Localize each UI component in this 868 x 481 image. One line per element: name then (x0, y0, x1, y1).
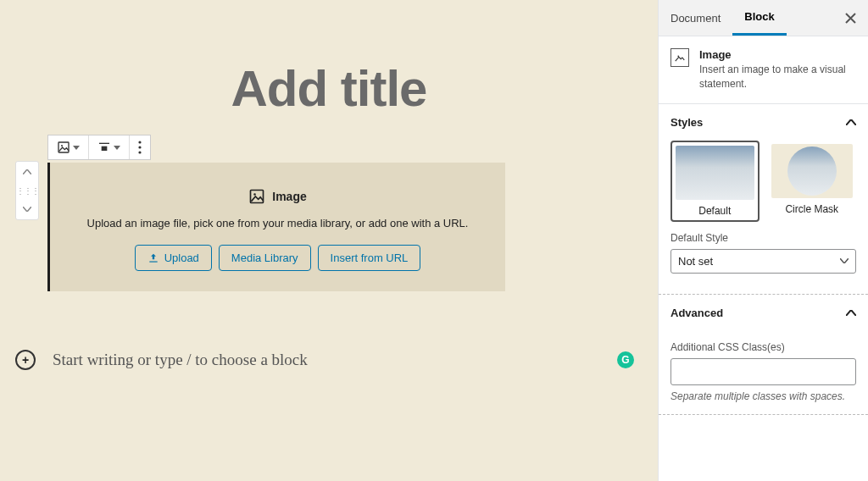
block-card-description: Insert an image to make a visual stateme… (699, 63, 856, 91)
upload-icon (147, 252, 159, 264)
css-class-input[interactable] (670, 358, 856, 385)
svg-rect-9 (149, 261, 157, 262)
more-vertical-icon (138, 141, 142, 154)
styles-panel-toggle[interactable]: Styles (659, 104, 868, 141)
more-options-button[interactable] (130, 135, 150, 159)
block-card: Image Insert an image to make a visual s… (659, 36, 868, 104)
placeholder-title: Image (272, 190, 306, 203)
image-placeholder: Image Upload an image file, pick one fro… (50, 163, 505, 291)
close-sidebar-button[interactable] (833, 13, 868, 24)
style-circle-mask[interactable]: Circle Mask (768, 141, 856, 222)
advanced-panel: Advanced Additional CSS Class(es) Separa… (659, 294, 868, 415)
media-library-button[interactable]: Media Library (219, 245, 311, 271)
post-title-wrapper: Add title (0, 25, 658, 133)
align-button[interactable] (89, 135, 130, 159)
tab-block[interactable]: Block (732, 0, 786, 36)
svg-rect-2 (99, 143, 109, 144)
default-style-select[interactable]: Not set (670, 249, 856, 274)
style-default[interactable]: Default (670, 141, 760, 222)
drag-handle[interactable]: ⋮⋮⋮ (16, 184, 38, 197)
settings-sidebar: Document Block Image Insert an image to … (658, 0, 868, 481)
chevron-up-icon (846, 119, 856, 125)
chevron-down-icon (840, 258, 849, 263)
sidebar-tabs: Document Block (659, 0, 868, 36)
move-down-button[interactable] (16, 202, 38, 216)
svg-rect-3 (102, 147, 108, 151)
close-icon (845, 13, 856, 24)
css-class-hint: Separate multiple classes with spaces. (670, 390, 856, 402)
block-card-text: Image Insert an image to make a visual s… (699, 48, 856, 91)
svg-point-8 (254, 193, 257, 196)
style-label: Circle Mask (771, 198, 853, 215)
advanced-heading: Advanced (670, 307, 723, 319)
block-card-title: Image (699, 48, 856, 61)
block-toolbar (47, 135, 151, 160)
svg-point-6 (138, 151, 141, 153)
image-icon (670, 48, 689, 67)
placeholder-description: Upload an image file, pick one from your… (67, 217, 488, 229)
insert-url-button[interactable]: Insert from URL (318, 245, 421, 271)
block-type-switcher[interactable] (48, 135, 89, 159)
block-appender-row: + Start writing or type / to choose a bl… (15, 350, 626, 370)
default-block-appender[interactable]: Start writing or type / to choose a bloc… (53, 351, 308, 369)
svg-point-4 (138, 141, 141, 143)
upload-button-label: Upload (164, 252, 199, 264)
post-title-input[interactable]: Add title (0, 59, 658, 118)
image-icon (248, 188, 265, 205)
styles-heading: Styles (670, 116, 703, 129)
grammarly-icon[interactable]: G (617, 351, 634, 368)
image-block[interactable]: Image Upload an image file, pick one fro… (47, 163, 505, 291)
placeholder-actions: Upload Media Library Insert from URL (67, 245, 488, 271)
align-center-icon (97, 141, 111, 154)
select-value: Not set (678, 255, 713, 268)
chevron-up-icon (846, 310, 856, 316)
tab-document[interactable]: Document (659, 2, 732, 35)
default-style-label: Default Style (670, 232, 856, 244)
styles-options: Default Circle Mask (670, 141, 856, 222)
editor-canvas: Add title ⋮⋮⋮ Image Upload an imag (0, 0, 658, 481)
upload-button[interactable]: Upload (135, 245, 212, 271)
css-class-label: Additional CSS Class(es) (670, 341, 856, 353)
chevron-down-icon (73, 146, 80, 150)
styles-panel: Styles Default Circle Mask Default Style… (659, 104, 868, 285)
style-preview (676, 146, 754, 200)
chevron-down-icon (114, 146, 120, 150)
advanced-panel-toggle[interactable]: Advanced (659, 295, 868, 331)
image-icon (57, 141, 70, 154)
style-preview (771, 144, 853, 198)
placeholder-header: Image (67, 188, 488, 205)
move-up-button[interactable] (16, 165, 38, 179)
svg-point-5 (138, 146, 141, 148)
block-mover: ⋮⋮⋮ (15, 161, 39, 220)
add-block-button[interactable]: + (15, 350, 36, 370)
style-label: Default (676, 200, 754, 217)
svg-point-1 (61, 145, 63, 147)
